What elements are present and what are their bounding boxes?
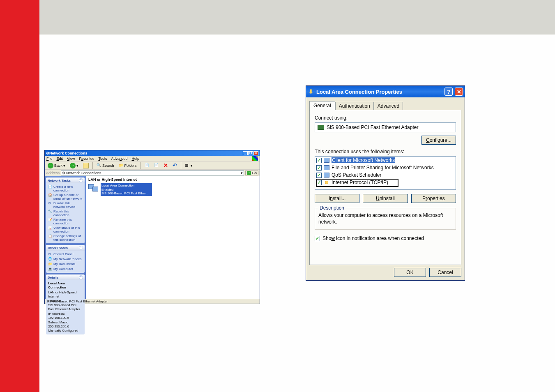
connection-icon: ⬇: [308, 88, 314, 95]
status-icon: 📊: [48, 226, 52, 230]
network-connections-window: ⚙ Network Connections _ ❐ × File Edit Vi…: [44, 150, 260, 304]
copyto-button[interactable]: 📄: [152, 162, 161, 169]
item-file-printer-sharing[interactable]: ✓ File and Printer Sharing for Microsoft…: [315, 164, 456, 171]
link-control-panel[interactable]: ⚙Control Panel: [48, 252, 83, 257]
checkbox[interactable]: ✓: [316, 173, 322, 178]
link-my-computer[interactable]: 💻My Computer: [48, 267, 83, 272]
cancel-button[interactable]: Cancel: [429, 268, 461, 277]
install-button[interactable]: Install...: [315, 194, 359, 203]
configure-button[interactable]: Configure...: [421, 136, 456, 145]
adapter-name: SiS 900-Based PCI Fast Ethernet Adapter: [327, 125, 418, 130]
checkbox[interactable]: ✓: [315, 236, 320, 241]
connection-label: Local Area Connection Enabled SiS 900-Ba…: [101, 183, 152, 196]
menu-favorites[interactable]: Favorites: [79, 157, 94, 161]
menu-tools[interactable]: Tools: [98, 157, 107, 161]
address-value: Network Connections: [66, 171, 101, 175]
menu-edit[interactable]: Edit: [57, 157, 63, 161]
other-places-header[interactable]: Other Places⌃: [46, 245, 85, 251]
checkbox[interactable]: ✓: [316, 165, 322, 171]
description-legend: Description: [318, 205, 345, 211]
address-icon: ⚙: [62, 171, 65, 175]
uninstall-button[interactable]: Uninstall: [363, 194, 408, 203]
maximize-button[interactable]: ❐: [248, 151, 253, 155]
items-label: This connection uses the following items…: [315, 149, 456, 154]
repair-icon: 🔧: [48, 210, 52, 214]
control-panel-icon: ⚙: [48, 252, 52, 256]
search-button[interactable]: 🔍Search: [95, 162, 116, 169]
description-text: Allows your computer to access resources…: [318, 212, 452, 225]
show-icon-checkbox-row[interactable]: ✓ Show icon in notification area when co…: [315, 235, 456, 241]
task-status[interactable]: 📊View status of this connection: [48, 226, 83, 234]
help-button[interactable]: ?: [444, 88, 453, 96]
nc-title-text: Network Connections: [49, 151, 88, 155]
item-qos[interactable]: ✓ QoS Packet Scheduler: [315, 171, 456, 179]
disable-icon: ⚙: [48, 201, 52, 205]
minimize-button[interactable]: _: [243, 151, 248, 155]
folders-button[interactable]: 📁Folders: [117, 162, 138, 169]
search-icon: 🔍: [97, 163, 101, 168]
task-setup-network[interactable]: 🏠Set up a home or small office network: [48, 193, 83, 201]
menu-help[interactable]: Help: [132, 157, 140, 161]
task-create-connection[interactable]: 📄Create a new connection: [48, 184, 83, 193]
rename-icon: 📝: [48, 218, 52, 222]
connection-item[interactable]: Local Area Connection Enabled SiS 900-Ba…: [88, 183, 152, 196]
item-client-networks[interactable]: ✓ Client for Microsoft Networks: [315, 157, 456, 164]
collapse-icon: ⌃: [79, 275, 83, 279]
undo-button[interactable]: ↶: [171, 161, 179, 169]
menu-file[interactable]: File: [46, 157, 53, 161]
details-header[interactable]: Details⌃: [46, 274, 85, 280]
ok-button[interactable]: OK: [394, 268, 426, 277]
back-button[interactable]: ←Back ▾: [46, 162, 67, 169]
properties-button[interactable]: Properties: [411, 194, 456, 203]
close-button[interactable]: ✕: [455, 88, 463, 96]
dlg-tabs: General Authentication Advanced: [306, 97, 465, 110]
views-button[interactable]: ▦▾: [183, 162, 194, 169]
client-icon: [323, 157, 330, 163]
address-field[interactable]: ⚙ Network Connections ▾: [61, 171, 244, 175]
link-my-documents[interactable]: 📁My Documents: [48, 262, 83, 267]
forward-button[interactable]: → ▾: [68, 162, 80, 169]
tab-authentication[interactable]: Authentication: [335, 102, 374, 110]
link-network-places[interactable]: 🌐My Network Places: [48, 257, 83, 262]
item-tcpip[interactable]: ✓ Internet Protocol (TCP/IP): [315, 179, 456, 186]
address-dropdown-icon[interactable]: ▾: [241, 171, 243, 175]
menu-view[interactable]: View: [67, 157, 75, 161]
delete-button[interactable]: ✕: [162, 161, 170, 169]
checkbox[interactable]: ✓: [316, 180, 322, 185]
network-tasks-header[interactable]: Network Tasks⌃: [46, 178, 85, 183]
connection-icon: [88, 183, 99, 194]
collapse-icon: ⌃: [79, 178, 83, 182]
connect-using-label: Connect using:: [315, 115, 456, 121]
views-icon: ▦: [185, 163, 190, 168]
dlg-titlebar[interactable]: ⬇ Local Area Connection Properties ? ✕: [306, 86, 465, 97]
dlg-general-page: Connect using: SiS 900-Based PCI Fast Et…: [309, 110, 461, 265]
nc-titlebar[interactable]: ⚙ Network Connections _ ❐ ×: [45, 150, 260, 156]
doc-red-sidebar: [0, 0, 39, 392]
task-disable-device[interactable]: ⚙Disable this network device: [48, 201, 83, 209]
moveto-button[interactable]: 📄: [143, 162, 151, 169]
go-button[interactable]: →Go: [245, 171, 258, 175]
menu-advanced[interactable]: Advanced: [111, 157, 127, 161]
wizard-icon: 📄: [48, 185, 52, 189]
tab-general[interactable]: General: [309, 101, 335, 110]
address-label: Address: [46, 171, 60, 175]
task-rename[interactable]: 📝Rename this connection: [48, 217, 83, 226]
task-repair[interactable]: 🔧Repair this connection: [48, 209, 83, 217]
tab-advanced[interactable]: Advanced: [374, 102, 403, 110]
home-icon: 🏠: [48, 193, 52, 197]
task-settings[interactable]: 📋Change settings of this connection: [48, 234, 83, 242]
windows-logo-icon: [252, 156, 258, 161]
checkbox[interactable]: ✓: [316, 158, 322, 163]
service-icon: [323, 165, 330, 171]
items-list[interactable]: ✓ Client for Microsoft Networks ✓ File a…: [315, 156, 456, 190]
item-actions: Install... Uninstall Properties: [315, 194, 456, 203]
nc-addressbar: Address ⚙ Network Connections ▾ →Go: [45, 170, 260, 176]
protocol-icon: [323, 180, 330, 185]
close-button[interactable]: ×: [253, 151, 258, 155]
copyto-icon: 📄: [154, 163, 159, 168]
computer-icon: 💻: [48, 267, 52, 271]
nc-statusbar: SiS 900-Based PCI Fast Ethernet Adapter: [45, 299, 260, 304]
doc-gray-header: [39, 0, 555, 35]
service-icon: [323, 172, 330, 178]
up-button[interactable]: [81, 162, 90, 169]
